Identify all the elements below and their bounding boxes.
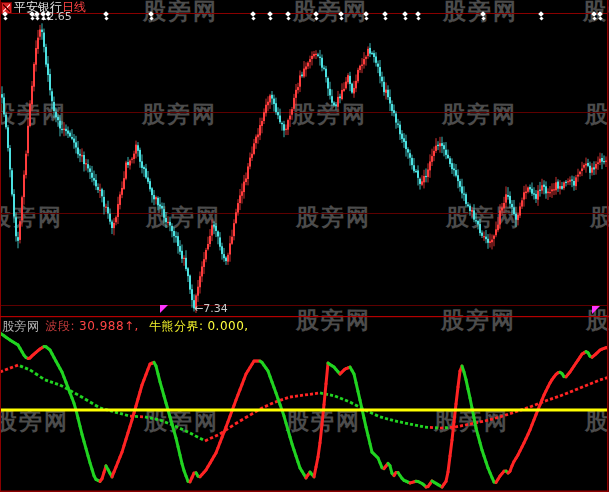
event-marker-icon — [285, 12, 292, 21]
event-marker-icon — [250, 12, 257, 21]
event-marker-icon — [363, 12, 370, 21]
event-marker-icon — [338, 12, 345, 21]
event-marker-icon — [313, 12, 320, 21]
indicator-bullbear-value: 0.000, — [207, 319, 248, 333]
stock-chart-window: 股旁网股旁网股旁网股旁网股旁网股旁网股旁网股旁网股旁网股旁网股旁网股旁网股旁网股… — [0, 0, 609, 492]
signal-triangle-icon — [160, 305, 168, 313]
price-and-oscillator-canvas[interactable] — [0, 0, 609, 492]
event-marker-icon — [538, 12, 545, 21]
event-marker-icon — [597, 12, 604, 21]
event-marker-icon — [402, 12, 409, 21]
indicator-wave-label: 波段: — [46, 319, 76, 333]
low-price-label: ←7.34 — [194, 303, 228, 314]
event-marker-icon — [267, 12, 274, 21]
event-marker-icon — [415, 12, 422, 21]
indicator-bar[interactable]: 股旁网 波段: 30.988↑, 牛熊分界: 0.000, — [2, 319, 249, 333]
event-marker-icon — [148, 12, 155, 21]
indicator-bullbear-label: 牛熊分界: — [149, 319, 204, 333]
event-marker-icon — [480, 12, 487, 21]
indicator-wave-value: 30.988↑, — [79, 319, 139, 333]
watermark-brand-label: 股旁网 — [2, 319, 40, 333]
event-marker-icon — [382, 12, 389, 21]
event-marker-icon — [2, 12, 9, 21]
event-marker-icon — [103, 12, 110, 21]
event-marker-icon — [45, 12, 52, 21]
signal-triangle-icon — [592, 306, 600, 314]
